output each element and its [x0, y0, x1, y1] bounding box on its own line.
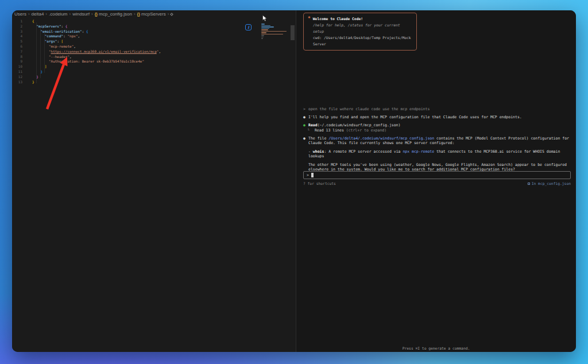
json-braces-icon: {}	[137, 12, 140, 16]
paragraphs: The file /Users/delta4/.codeium/windsurf…	[308, 136, 571, 172]
breadcrumb-item-windsurf[interactable]: windsurf	[72, 11, 90, 17]
scrollbar	[291, 25, 295, 352]
paragraph: - whois: A remote MCP server accessed vi…	[308, 149, 571, 158]
scrollbar-thumb[interactable]	[291, 25, 295, 40]
line-number: 1	[12, 19, 22, 24]
line-number: 8	[12, 55, 22, 60]
code-token	[32, 34, 45, 38]
breadcrumb-separator: ›	[28, 11, 30, 17]
breadcrumb-item-.codeium[interactable]: .codeium	[49, 11, 67, 17]
code-line: 13}	[12, 80, 296, 85]
app-window: Users›delta4›.codeium›windsurf›{}mcp_con…	[12, 10, 576, 352]
breadcrumb-item-delta4[interactable]: delta4	[32, 11, 44, 17]
conversation-entry: ●The file /Users/delta4/.codeium/windsur…	[303, 136, 571, 172]
breadcrumb: Users›delta4›.codeium›windsurf›{}mcp_con…	[12, 10, 296, 18]
code-text: ]	[22, 64, 47, 69]
status-hints: ? for shortcuts In mcp_config.json	[303, 181, 571, 185]
breadcrumb-separator: ›	[168, 11, 169, 17]
symbol-icon	[171, 13, 174, 16]
editor[interactable]: 1{2 "mcpServers": {3 "email-verification…	[12, 18, 296, 352]
code-token: "--header"	[49, 55, 69, 59]
code-token	[32, 64, 45, 68]
code-token: "command"	[45, 34, 64, 38]
code-text: {	[22, 19, 34, 24]
code-text: "command": "npx",	[22, 34, 80, 39]
file-context-label: In mcp_config.json	[532, 181, 571, 185]
text-segment: Read 13 lines	[312, 128, 346, 133]
breadcrumb-item-Users[interactable]: Users	[14, 11, 26, 17]
code-line: 12 }	[12, 75, 296, 80]
paragraph: I'll help you find and open the MCP conf…	[308, 115, 571, 119]
text-segment: open the file wehere claude code use the…	[308, 107, 430, 111]
minimap-line	[261, 32, 266, 33]
code-line: 8 "--header",	[12, 55, 296, 60]
editor-pane: Users›delta4›.codeium›windsurf›{}mcp_con…	[12, 10, 296, 352]
code-text: "args": [	[22, 39, 63, 44]
line-number: 10	[12, 64, 22, 69]
url-link[interactable]: https://connect.mcp360.ai/v1/email-verif…	[51, 49, 157, 53]
indent-guide	[44, 33, 45, 73]
text-cursor	[311, 173, 314, 177]
line-number: 2	[12, 24, 22, 29]
code-token: {	[86, 29, 88, 33]
breadcrumb-item-mcp_config.json[interactable]: {}mcp_config.json	[95, 11, 132, 17]
paragraph: The file /Users/delta4/.codeium/windsurf…	[308, 136, 571, 145]
welcome-box: * Welcome to Claude Code! /help for help…	[303, 13, 417, 51]
code-token: {	[65, 24, 68, 28]
code-text: "mcp-remote",	[22, 44, 76, 49]
code-token: ,	[158, 49, 161, 53]
asterisk-icon: *	[308, 16, 311, 22]
generate-command-hint: Press ⌘I to generate a command.	[296, 346, 576, 350]
minimap-line	[261, 26, 274, 28]
breadcrumb-separator: ›	[134, 11, 136, 17]
code-token: "mcp-remote"	[49, 44, 74, 48]
breadcrumb-item-mcpServers[interactable]: {}mcpServers	[137, 11, 166, 17]
breadcrumb-label: delta4	[32, 11, 44, 17]
input-prompt-marker: >	[307, 173, 309, 177]
code-token: "npx"	[67, 34, 78, 38]
breadcrumb-separator: ›	[91, 11, 93, 17]
breadcrumb-label: Users	[14, 11, 26, 17]
assistant-bullet-icon: ●	[303, 136, 308, 172]
text-segment: (~/.codeium/windsurf/mcp_config.json)	[318, 123, 401, 127]
text-segment: I'll help you find and open the MCP conf…	[308, 115, 522, 119]
assistant-bullet-icon: ●	[303, 115, 308, 119]
paragraph: Read(~/.codeium/windsurf/mcp_config.json…	[308, 123, 571, 127]
line-number: 4	[12, 34, 22, 39]
text-segment: (ctrl+r to expand)	[346, 128, 386, 133]
minimap-line	[261, 29, 268, 30]
code-line: 2 "mcpServers": {	[12, 24, 296, 29]
minimap[interactable]	[261, 24, 289, 40]
paragraphs: open the file wehere claude code use the…	[308, 107, 571, 111]
code-token: ,	[69, 55, 72, 59]
text-segment: -	[308, 149, 313, 154]
breadcrumb-item-symbol[interactable]	[171, 13, 173, 16]
code-token: ]	[45, 64, 47, 68]
code-token: "args"	[45, 39, 57, 43]
code-text: "mcpServers": {	[22, 24, 67, 29]
code-token: :	[82, 29, 86, 33]
terminal-input[interactable]: >	[303, 171, 571, 179]
code-text: "https://connect.mcp360.ai/v1/email-veri…	[22, 49, 161, 55]
tool-call-bullet-icon: ●	[303, 123, 308, 127]
desktop-background: { "colors": { "arrow_red": "#ee2e24", "b…	[0, 0, 588, 364]
text-segment: : A remote MCP server accessed via	[324, 149, 403, 154]
paragraph: open the file wehere claude code use the…	[308, 107, 571, 111]
code-token: "email-verification"	[40, 29, 82, 33]
conversation: >open the file wehere claude code use th…	[303, 107, 571, 172]
conversation-entry: ●I'll help you find and open the MCP con…	[303, 115, 571, 119]
line-number: 13	[12, 80, 22, 85]
code-line: 10 ]	[12, 64, 296, 69]
paragraph: The other MCP tools you've been using (w…	[308, 162, 571, 172]
line-number: 9	[12, 59, 22, 64]
code-token	[32, 39, 45, 43]
minimap-line	[261, 24, 265, 25]
indent-guide	[40, 28, 41, 78]
code-token: }	[32, 80, 34, 84]
info-icon[interactable]: i	[245, 24, 252, 30]
code-token: :	[61, 24, 65, 28]
code-area: 1{2 "mcpServers": {3 "email-verification…	[12, 19, 296, 84]
breadcrumb-label: windsurf	[72, 11, 90, 17]
code-token: "Authorization: Bearer sk-0eb37b547da1c1…	[49, 59, 144, 63]
code-text: "email-verification": {	[22, 29, 88, 34]
